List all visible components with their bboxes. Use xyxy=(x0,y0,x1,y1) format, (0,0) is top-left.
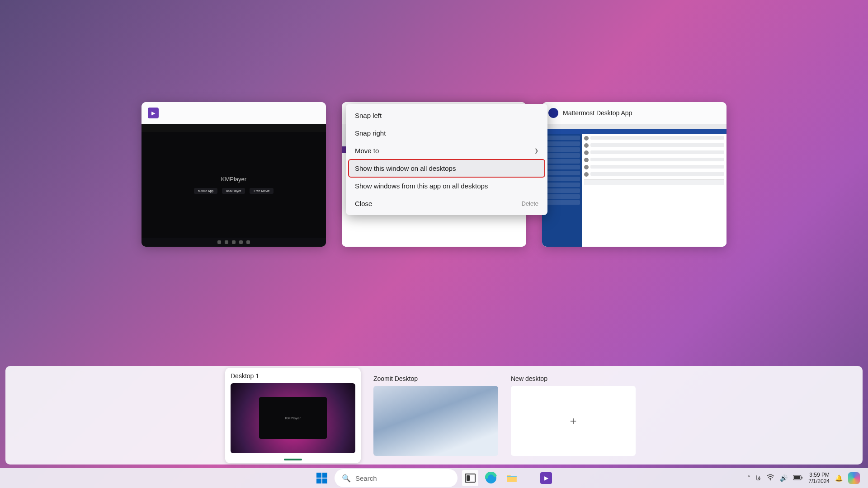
desktop-thumbnail: KMPlayer xyxy=(231,383,355,453)
mattermost-preview xyxy=(542,124,726,247)
svg-rect-4 xyxy=(802,477,802,479)
start-button[interactable] xyxy=(314,470,330,486)
desktop-thumbnail xyxy=(373,386,498,456)
windows-logo-icon xyxy=(316,473,327,483)
ctx-show-window-all-desktops[interactable]: Show this window on all desktops xyxy=(349,160,545,177)
context-menu: Snap left Snap right Move to❯ Show this … xyxy=(346,104,547,215)
volume-icon[interactable]: 🔊 xyxy=(780,474,788,482)
taskbar: 🔍 Search ▶ ˄ فا 🔊 3:59 PM 7/1/2024 🔔 xyxy=(0,468,868,488)
kmplayer-logo-text: KMPlayer xyxy=(221,176,246,183)
ctx-snap-right[interactable]: Snap right xyxy=(349,124,545,142)
kmplayer-icon xyxy=(148,108,159,118)
thumb-header xyxy=(142,102,326,124)
thumb-header: Mattermost Desktop App xyxy=(542,102,726,124)
kmp-pill: Free Movie xyxy=(250,188,274,194)
task-view-icon xyxy=(465,474,476,483)
kmp-pill: Mobile App xyxy=(194,188,218,194)
thumb-title: Mattermost Desktop App xyxy=(563,109,720,117)
notifications-icon[interactable]: 🔔 xyxy=(835,474,843,482)
kmp-pill: aSMRayer xyxy=(222,188,245,194)
system-tray: ˄ فا 🔊 3:59 PM 7/1/2024 🔔 xyxy=(747,472,860,485)
new-desktop-button[interactable]: ＋ xyxy=(511,386,636,456)
kmplayer-taskbar-button[interactable]: ▶ xyxy=(538,470,554,486)
window-thumb-mattermost[interactable]: Mattermost Desktop App xyxy=(542,102,726,247)
desktop-label: New desktop xyxy=(511,375,636,382)
language-indicator[interactable]: فا xyxy=(756,474,761,482)
edge-taskbar-button[interactable] xyxy=(483,470,499,486)
kmplayer-icon: ▶ xyxy=(540,472,552,484)
tray-chevron-icon[interactable]: ˄ xyxy=(747,474,750,482)
kmplayer-preview: KMPlayer Mobile App aSMRayer Free Movie xyxy=(142,124,326,247)
copilot-icon[interactable] xyxy=(848,472,860,484)
time: 3:59 PM xyxy=(809,472,830,478)
mattermost-icon xyxy=(548,108,558,118)
desktop-label: Zoomit Desktop xyxy=(373,375,498,382)
battery-icon[interactable] xyxy=(793,474,803,482)
search-placeholder: Search xyxy=(355,474,377,482)
plus-icon: ＋ xyxy=(568,413,579,428)
search-icon: 🔍 xyxy=(342,474,351,483)
svg-point-2 xyxy=(770,479,771,480)
task-view-button[interactable] xyxy=(462,470,478,486)
ctx-close[interactable]: CloseDelete xyxy=(349,195,545,212)
window-thumb-kmplayer[interactable]: KMPlayer Mobile App aSMRayer Free Movie xyxy=(142,102,326,247)
edge-icon xyxy=(485,472,497,484)
file-explorer-button[interactable] xyxy=(504,470,520,486)
date: 7/1/2024 xyxy=(808,478,830,484)
desktop-1[interactable]: Desktop 1 KMPlayer xyxy=(225,368,361,463)
chevron-right-icon: ❯ xyxy=(534,148,538,154)
ctx-show-app-all-desktops[interactable]: Show windows from this app on all deskto… xyxy=(349,177,545,195)
clock[interactable]: 3:59 PM 7/1/2024 xyxy=(808,472,830,485)
ctx-shortcut: Delete xyxy=(521,200,538,207)
wifi-icon[interactable] xyxy=(766,474,774,482)
virtual-desktops-strip: Desktop 1 KMPlayer Zoomit Desktop New de… xyxy=(5,366,863,465)
ctx-snap-left[interactable]: Snap left xyxy=(349,107,545,124)
taskbar-search[interactable]: 🔍 Search xyxy=(335,469,458,487)
new-desktop[interactable]: New desktop ＋ xyxy=(511,375,636,456)
taskbar-spacer xyxy=(524,470,533,486)
folder-icon xyxy=(506,472,518,484)
desktop-label: Desktop 1 xyxy=(231,372,355,380)
ctx-move-to[interactable]: Move to❯ xyxy=(349,142,545,160)
svg-rect-5 xyxy=(794,476,800,479)
desktop-zoomit[interactable]: Zoomit Desktop xyxy=(373,375,498,456)
taskbar-center: 🔍 Search ▶ xyxy=(314,469,554,487)
